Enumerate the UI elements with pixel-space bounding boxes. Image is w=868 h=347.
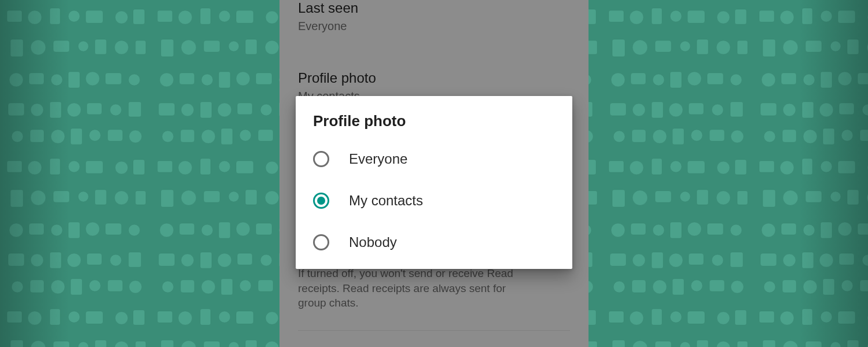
radio-label: My contacts — [349, 193, 423, 209]
radio-option-nobody[interactable]: Nobody — [296, 222, 572, 263]
radio-icon — [313, 193, 329, 209]
radio-icon — [313, 234, 329, 250]
radio-option-everyone[interactable]: Everyone — [296, 138, 572, 180]
profile-photo-dialog: Profile photo Everyone My contacts Nobod… — [296, 96, 572, 269]
radio-label: Nobody — [349, 234, 397, 250]
privacy-settings-screen: Last seen Everyone Profile photo My cont… — [279, 0, 589, 347]
radio-option-my-contacts[interactable]: My contacts — [296, 180, 572, 222]
radio-label: Everyone — [349, 151, 407, 167]
radio-icon — [313, 151, 329, 167]
dialog-title: Profile photo — [296, 110, 572, 138]
